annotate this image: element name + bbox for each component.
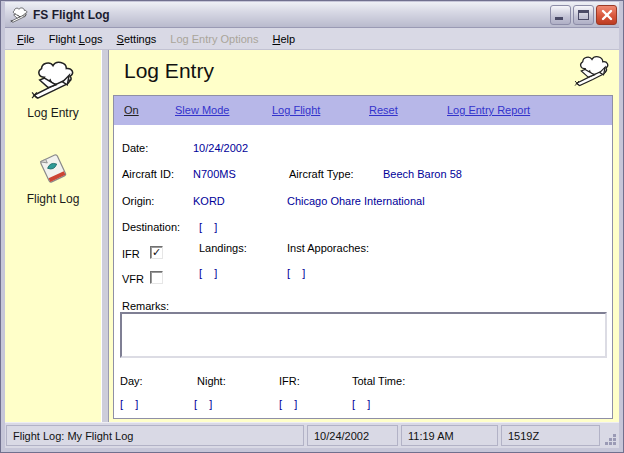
destination-value: [ ] bbox=[199, 221, 217, 233]
ifr-time-label: IFR: bbox=[279, 375, 300, 387]
menubar: File Flight Logs Settings Log Entry Opti… bbox=[5, 28, 619, 50]
total-time-value: [ ] bbox=[352, 398, 370, 410]
sidebar-item-label: Log Entry bbox=[27, 106, 78, 120]
window-title: FS Flight Log bbox=[33, 8, 550, 22]
plane-icon bbox=[27, 60, 79, 100]
main-area: Log Entry On Slew Mode Log Flight Reset … bbox=[109, 50, 619, 422]
sidebar-item-log-entry[interactable]: Log Entry bbox=[27, 60, 79, 120]
night-value: [ ] bbox=[194, 398, 212, 410]
link-on[interactable]: On bbox=[124, 104, 139, 116]
aircraft-id-label: Aircraft ID: bbox=[122, 168, 174, 180]
remarks-input[interactable] bbox=[120, 312, 607, 358]
link-log-flight[interactable]: Log Flight bbox=[272, 104, 320, 116]
page-title: Log Entry bbox=[124, 59, 214, 83]
remarks-label: Remarks: bbox=[122, 300, 169, 312]
maximize-icon bbox=[578, 10, 589, 20]
origin-label: Origin: bbox=[122, 195, 154, 207]
menu-settings[interactable]: Settings bbox=[110, 30, 164, 48]
date-value: 10/24/2002 bbox=[193, 142, 248, 154]
app-plane-icon bbox=[9, 7, 29, 23]
status-zulu-time: 1519Z bbox=[501, 425, 600, 446]
titlebar[interactable]: FS Flight Log bbox=[5, 2, 619, 28]
logbook-icon bbox=[35, 150, 71, 186]
date-label: Date: bbox=[122, 142, 148, 154]
origin-airport-name: Chicago Ohare International bbox=[287, 195, 425, 207]
statusbar: Flight Log: My Flight Log 10/24/2002 11:… bbox=[5, 422, 619, 448]
aircraft-type-value: Beech Baron 58 bbox=[383, 168, 462, 180]
close-icon bbox=[600, 8, 614, 22]
resize-grip-icon bbox=[604, 433, 617, 446]
link-log-entry-report[interactable]: Log Entry Report bbox=[447, 104, 530, 116]
maximize-button[interactable] bbox=[573, 5, 594, 25]
status-date: 10/24/2002 bbox=[307, 425, 398, 446]
minimize-icon bbox=[555, 17, 563, 20]
night-label: Night: bbox=[197, 375, 226, 387]
sidebar-splitter[interactable] bbox=[101, 50, 109, 422]
origin-value: KORD bbox=[193, 195, 225, 207]
log-entry-panel: On Slew Mode Log Flight Reset Log Entry … bbox=[113, 95, 613, 419]
ifr-label: IFR bbox=[122, 248, 140, 260]
menu-help[interactable]: Help bbox=[265, 30, 302, 48]
close-button[interactable] bbox=[596, 5, 617, 25]
link-toolbar: On Slew Mode Log Flight Reset Log Entry … bbox=[114, 96, 612, 125]
vfr-checkbox[interactable] bbox=[150, 271, 163, 284]
vfr-label: VFR bbox=[122, 273, 144, 285]
landings-value: [ ] bbox=[199, 267, 217, 279]
link-slew-mode[interactable]: Slew Mode bbox=[175, 104, 229, 116]
total-time-label: Total Time: bbox=[352, 375, 405, 387]
minimize-button[interactable] bbox=[550, 5, 571, 25]
ifr-time-value: [ ] bbox=[279, 398, 297, 410]
inst-approaches-label: Inst Apporaches: bbox=[287, 242, 369, 254]
app-window: FS Flight Log File Flight Logs Settings … bbox=[0, 0, 624, 453]
destination-label: Destination: bbox=[122, 221, 180, 233]
resize-grip[interactable] bbox=[603, 425, 617, 446]
status-flight-log: Flight Log: My Flight Log bbox=[6, 425, 304, 446]
day-label: Day: bbox=[120, 375, 143, 387]
menu-flight-logs[interactable]: Flight Logs bbox=[42, 30, 110, 48]
menu-file[interactable]: File bbox=[10, 30, 42, 48]
aircraft-id-value: N700MS bbox=[193, 168, 236, 180]
menu-log-entry-options: Log Entry Options bbox=[163, 30, 265, 48]
inst-approaches-value: [ ] bbox=[287, 267, 305, 279]
ifr-checkbox[interactable]: ✓ bbox=[150, 246, 163, 259]
link-reset[interactable]: Reset bbox=[369, 104, 398, 116]
sidebar: Log Entry Flight Log bbox=[5, 50, 101, 422]
landings-label: Landings: bbox=[199, 242, 247, 254]
aircraft-type-label: Aircraft Type: bbox=[289, 168, 354, 180]
status-local-time: 11:19 AM bbox=[401, 425, 498, 446]
sidebar-item-label: Flight Log bbox=[27, 192, 80, 206]
header-plane-icon bbox=[572, 52, 612, 90]
day-value: [ ] bbox=[120, 398, 138, 410]
sidebar-item-flight-log[interactable]: Flight Log bbox=[27, 150, 80, 206]
